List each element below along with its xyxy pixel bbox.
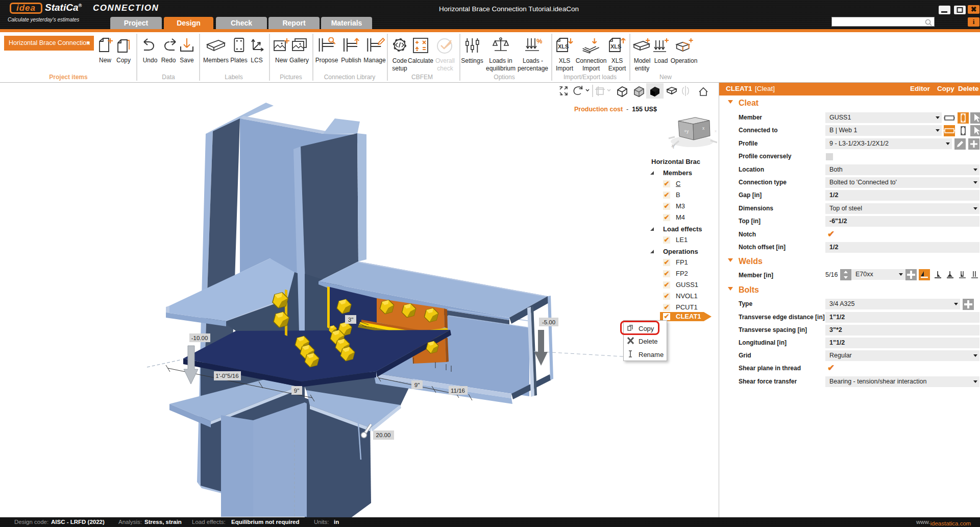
svg-text:-10.00: -10.00 <box>191 335 208 341</box>
svg-text:-5.00: -5.00 <box>542 319 555 325</box>
svg-text:20.00: 20.00 <box>376 432 391 438</box>
svg-text:11/16: 11/16 <box>451 388 465 394</box>
svg-text:XLS: XLS <box>610 43 621 50</box>
svg-text:Y: Y <box>672 144 675 150</box>
svg-text:3": 3" <box>348 317 353 323</box>
svg-text:+y: +y <box>684 129 689 134</box>
svg-text:9": 9" <box>414 382 420 388</box>
svg-text:XLS: XLS <box>558 43 569 50</box>
svg-text:%: % <box>536 37 542 45</box>
svg-text:9": 9" <box>294 388 299 394</box>
svg-text:1'-0"5/16: 1'-0"5/16 <box>215 373 238 379</box>
svg-text:x: x <box>715 129 717 133</box>
